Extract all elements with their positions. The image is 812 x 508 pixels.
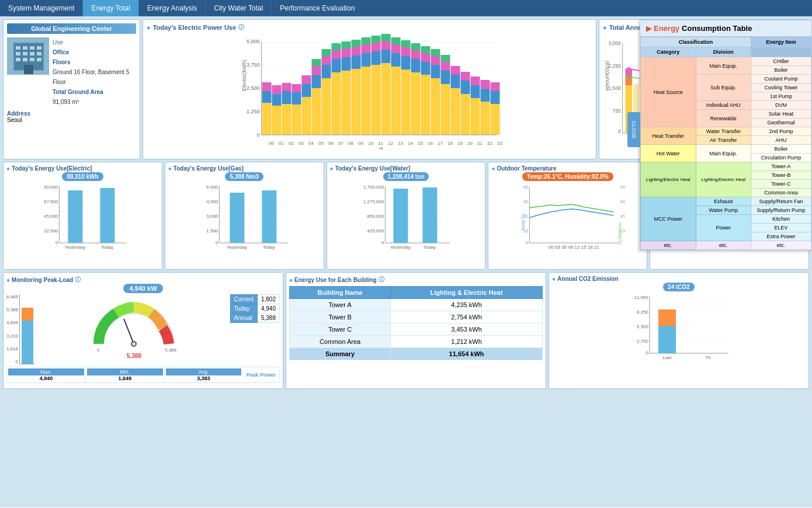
svg-text:1,500: 1,500 (608, 85, 621, 91)
svg-text:5,388: 5,388 (165, 347, 177, 353)
svg-text:Electric(kWh): Electric(kWh) (241, 60, 247, 91)
svg-rect-86 (421, 75, 431, 135)
electric-bar-chart: 90,000 67,500 45,000 22,500 0 Yesterday … (6, 182, 159, 252)
svg-rect-3 (16, 46, 20, 50)
svg-text:90: 90 (620, 185, 626, 190)
table-row: Tower A 4,235 kWh (290, 299, 543, 311)
svg-rect-103 (461, 72, 470, 81)
svg-line-307 (124, 319, 134, 344)
svg-text:6,000: 6,000 (206, 185, 218, 190)
nav-bar: System Management Energy Total Energy An… (0, 0, 812, 16)
svg-text:01: 01 (279, 141, 284, 146)
svg-rect-27 (262, 103, 272, 135)
svg-rect-60 (352, 47, 361, 55)
electric-title: ● Today's Electric Power Use ⓘ (147, 23, 592, 32)
svg-rect-74 (391, 67, 401, 135)
svg-rect-112 (491, 82, 500, 91)
svg-text:2,250: 2,250 (608, 63, 621, 69)
svg-rect-48 (322, 56, 331, 65)
svg-rect-10 (37, 52, 41, 55)
table-row: etc. etc. etc. (641, 241, 811, 250)
nav-item-system[interactable]: System Management (0, 0, 83, 16)
svg-text:0: 0 (618, 128, 621, 134)
svg-rect-38 (292, 84, 301, 92)
svg-text:19: 19 (457, 141, 463, 146)
svg-text:09: 09 (358, 141, 363, 146)
outdoor-temp-panel: ●Outdoor Temperature Temp:26.1°C, Humidi… (488, 162, 647, 270)
svg-point-309 (132, 342, 136, 346)
svg-text:17: 17 (438, 141, 443, 146)
svg-text:20: 20 (467, 141, 473, 146)
table-row: Common Area 1,212 kWh (290, 336, 543, 348)
svg-text:1,250: 1,250 (247, 109, 260, 114)
table-row: Hot Water Main Equip. Boiler (641, 145, 811, 154)
svg-rect-42 (312, 88, 321, 135)
nav-item-city-water[interactable]: City Water Total (206, 0, 272, 16)
svg-text:0: 0 (97, 347, 100, 353)
svg-rect-67 (372, 51, 381, 65)
svg-rect-15 (24, 65, 33, 74)
svg-rect-44 (312, 66, 321, 75)
energy-consumption-panel: CLOSE ▶ Energy Consumption Table Classif… (640, 20, 812, 250)
building-address: Address Seoul (7, 110, 136, 123)
building-image (7, 37, 49, 75)
nav-item-energy-analysis[interactable]: Energy Analysis (139, 0, 206, 16)
svg-rect-12 (23, 58, 27, 61)
svg-text:4,500: 4,500 (206, 199, 218, 204)
svg-text:3,000: 3,000 (206, 214, 218, 219)
svg-text:Yesterday: Yesterday (390, 245, 410, 250)
svg-text:2,500: 2,500 (247, 85, 260, 91)
nav-item-performance[interactable]: Performance Evaluation (272, 0, 363, 16)
svg-rect-77 (391, 37, 401, 44)
svg-rect-64 (362, 44, 371, 53)
svg-text:0: 0 (646, 350, 649, 356)
svg-text:30: 30 (523, 199, 529, 204)
svg-text:07: 07 (338, 141, 343, 146)
svg-rect-69 (372, 36, 381, 43)
svg-text:5,500: 5,500 (637, 324, 649, 329)
svg-rect-92 (431, 56, 440, 65)
svg-rect-58 (352, 69, 361, 135)
table-row: Heat Transfer Water Transfer 2nd Pump (641, 127, 811, 136)
nav-item-energy-total[interactable]: Energy Total (83, 0, 139, 16)
svg-rect-96 (441, 62, 450, 71)
svg-text:0: 0 (256, 132, 259, 138)
svg-rect-107 (481, 102, 490, 135)
svg-text:03: 03 (299, 141, 304, 146)
building-details: Use Office Floors Ground 16 Floor, Basem… (53, 37, 136, 107)
svg-rect-324 (658, 309, 676, 326)
svg-rect-71 (381, 50, 391, 63)
svg-rect-40 (302, 84, 311, 97)
svg-text:1,275,000: 1,275,000 (363, 199, 384, 204)
svg-text:0: 0 (216, 240, 218, 245)
building-panel: Global Engineering Center (3, 19, 140, 159)
svg-rect-88 (421, 53, 431, 62)
svg-text:21: 21 (477, 141, 483, 146)
svg-rect-32 (272, 85, 282, 94)
svg-text:10: 10 (368, 141, 373, 146)
svg-rect-41 (302, 75, 311, 84)
svg-text:Th: Th (705, 355, 710, 360)
svg-rect-62 (362, 67, 371, 135)
svg-text:Last: Last (662, 355, 672, 360)
svg-rect-94 (441, 84, 450, 135)
electric-chart: 5,000 3,750 2,500 1,250 0 Electric(kWh) (147, 33, 592, 149)
close-panel-button[interactable]: CLOSE (627, 112, 640, 147)
svg-rect-111 (491, 91, 500, 104)
svg-rect-36 (292, 105, 301, 135)
today-gas-panel: ●Today's Energy Use[Gas] 5,388 Nm3 6,000… (165, 162, 324, 270)
svg-text:23: 23 (497, 141, 502, 146)
svg-rect-104 (471, 98, 480, 135)
svg-rect-52 (332, 50, 341, 59)
consumption-table: Classification Energy Item Category Divi… (640, 37, 811, 250)
svg-rect-90 (431, 78, 440, 135)
svg-rect-51 (332, 59, 341, 72)
panel-header: ▶ Energy Consumption Table (640, 20, 811, 37)
svg-rect-45 (312, 59, 321, 66)
svg-rect-78 (401, 69, 411, 135)
svg-text:2,750: 2,750 (637, 339, 649, 344)
svg-text:06: 06 (328, 141, 334, 146)
svg-rect-95 (441, 71, 450, 84)
svg-rect-49 (322, 49, 331, 56)
svg-rect-75 (391, 53, 401, 67)
